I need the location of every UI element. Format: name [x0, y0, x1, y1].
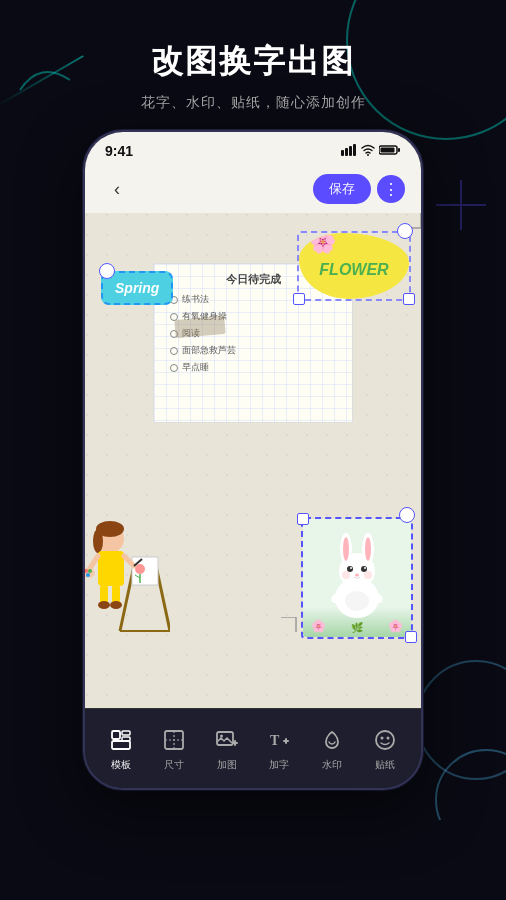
rabbit-bg: 🌸 🌸 🌿 [303, 519, 411, 637]
svg-rect-6 [353, 144, 356, 156]
svg-rect-5 [349, 146, 352, 156]
signal-icon [341, 144, 357, 158]
bg-decoration-arc-bottom [426, 740, 506, 820]
svg-rect-60 [217, 732, 233, 745]
size-icon [160, 726, 188, 754]
svg-point-31 [98, 601, 110, 609]
tool-add-text[interactable]: T 加字 [255, 720, 303, 778]
status-icons [341, 142, 401, 160]
canvas-area[interactable]: 今日待完成 练书法 有氧健身操 阅读 面部急救芦芸 [85, 213, 421, 713]
girl-painter-illustration [85, 511, 170, 641]
flower-rotate-handle[interactable] [397, 223, 413, 239]
svg-point-43 [347, 566, 353, 572]
nav-right: 保存 ⋮ [313, 174, 405, 204]
rabbit-resize-handle-br[interactable] [405, 631, 417, 643]
tool-watermark[interactable]: 水印 [308, 720, 356, 778]
bg-cross-top [436, 180, 486, 230]
top-nav: ‹ 保存 ⋮ [85, 165, 421, 213]
svg-point-49 [364, 571, 372, 579]
add-image-icon [213, 726, 241, 754]
svg-rect-4 [345, 148, 348, 156]
note-item-4: 面部急救芦芸 [154, 342, 352, 359]
spring-rotate-handle[interactable] [99, 263, 115, 279]
svg-rect-3 [341, 150, 344, 156]
watermark-icon [318, 726, 346, 754]
flower-emoji: 🌸 [309, 233, 336, 255]
svg-point-48 [342, 571, 350, 579]
bottom-toolbar: 模板 尺寸 [85, 708, 421, 788]
svg-point-0 [436, 750, 506, 820]
girl-svg [85, 511, 170, 641]
svg-point-7 [367, 154, 369, 156]
svg-point-19 [135, 564, 145, 574]
corner-bracket-br [281, 617, 301, 637]
sticker-icon [371, 726, 399, 754]
back-button[interactable]: ‹ [101, 173, 133, 205]
watermark-label: 水印 [322, 758, 342, 772]
tool-template[interactable]: 模板 [97, 720, 145, 778]
svg-rect-56 [112, 741, 130, 749]
main-title: 改图换字出图 [20, 40, 486, 84]
svg-rect-54 [122, 731, 130, 735]
svg-text:T: T [270, 733, 280, 748]
sticker-label: 贴纸 [375, 758, 395, 772]
flower-resize-handle[interactable] [403, 293, 415, 305]
svg-rect-25 [98, 551, 124, 586]
svg-point-44 [361, 566, 367, 572]
svg-rect-9 [381, 148, 395, 153]
svg-point-46 [364, 567, 366, 569]
sub-title: 花字、水印、贴纸，随心添加创作 [20, 94, 486, 112]
svg-rect-53 [112, 731, 120, 739]
tool-size[interactable]: 尺寸 [150, 720, 198, 778]
save-button[interactable]: 保存 [313, 174, 371, 204]
rabbit-rotate-handle[interactable] [399, 507, 415, 523]
flower-resize-handle-bl[interactable] [293, 293, 305, 305]
status-time: 9:41 [105, 143, 133, 159]
battery-icon [379, 142, 401, 160]
more-button[interactable]: ⋮ [377, 175, 405, 203]
spring-text: Spring [115, 280, 159, 296]
flower-text: FLOWER [319, 261, 388, 279]
svg-point-42 [365, 537, 371, 561]
svg-point-24 [93, 529, 103, 553]
header-section: 改图换字出图 花字、水印、贴纸，随心添加创作 [0, 0, 506, 132]
svg-point-61 [220, 734, 223, 737]
template-label: 模板 [111, 758, 131, 772]
svg-point-67 [376, 731, 394, 749]
svg-point-69 [386, 736, 389, 739]
rabbit-svg [322, 533, 392, 623]
rabbit-resize-handle-tl[interactable] [297, 513, 309, 525]
flower-sticker-container[interactable]: 🌸 FLOWER [297, 231, 411, 301]
template-icon [107, 726, 135, 754]
svg-point-36 [86, 573, 90, 577]
wifi-icon [361, 144, 375, 159]
svg-point-32 [110, 601, 122, 609]
note-item-5: 早点睡 [154, 359, 352, 376]
phone-mockup: 9:41 ‹ 保存 ⋮ [83, 130, 423, 790]
svg-point-68 [380, 736, 383, 739]
rabbit-sticker-container[interactable]: 🌸 🌸 🌿 [301, 517, 413, 639]
add-image-label: 加图 [217, 758, 237, 772]
flower-bg: 🌸 FLOWER [299, 233, 409, 299]
svg-point-47 [355, 574, 359, 577]
svg-point-35 [88, 569, 92, 573]
svg-rect-10 [398, 148, 400, 152]
status-bar: 9:41 [85, 132, 421, 165]
tool-add-image[interactable]: 加图 [203, 720, 251, 778]
svg-point-45 [350, 567, 352, 569]
tool-sticker[interactable]: 贴纸 [361, 720, 409, 778]
flower-center: 🌿 [351, 622, 363, 633]
add-text-icon: T [265, 726, 293, 754]
phone-frame: 9:41 ‹ 保存 ⋮ [83, 130, 423, 790]
svg-point-52 [345, 591, 369, 611]
svg-point-40 [343, 537, 349, 561]
add-text-label: 加字 [269, 758, 289, 772]
size-label: 尺寸 [164, 758, 184, 772]
